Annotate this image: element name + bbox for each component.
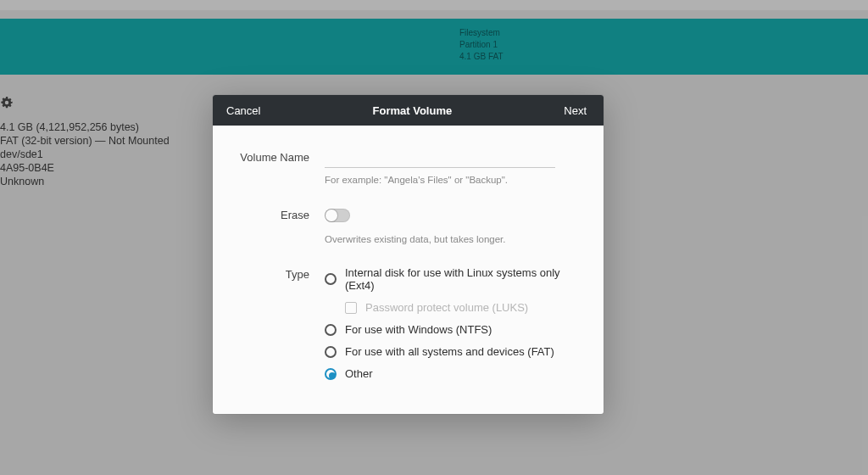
type-suboption-luks: Password protect volume (LUKS) bbox=[345, 301, 580, 314]
type-option-fat[interactable]: For use with all systems and devices (FA… bbox=[325, 345, 580, 358]
type-option-fat-label: For use with all systems and devices (FA… bbox=[345, 345, 554, 358]
type-option-ntfs-label: For use with Windows (NTFS) bbox=[345, 323, 492, 336]
radio-icon bbox=[325, 368, 337, 380]
volume-name-label: Volume Name bbox=[236, 149, 325, 164]
type-suboption-luks-label: Password protect volume (LUKS) bbox=[365, 301, 528, 314]
type-option-other-label: Other bbox=[345, 367, 373, 380]
type-option-ntfs[interactable]: For use with Windows (NTFS) bbox=[325, 323, 580, 336]
volume-name-input[interactable] bbox=[325, 149, 555, 168]
checkbox-icon bbox=[345, 302, 357, 314]
format-volume-dialog: Cancel Format Volume Next Volume Name Fo… bbox=[213, 95, 604, 414]
erase-hint: Overwrites existing data, but takes long… bbox=[325, 234, 580, 244]
type-option-ext4-label: Internal disk for use with Linux systems… bbox=[345, 266, 580, 292]
erase-toggle[interactable] bbox=[325, 209, 350, 222]
dialog-title: Format Volume bbox=[373, 104, 453, 117]
erase-label: Erase bbox=[236, 207, 325, 221]
radio-icon bbox=[325, 324, 337, 336]
radio-icon bbox=[325, 346, 337, 358]
next-button[interactable]: Next bbox=[559, 101, 592, 120]
type-option-other[interactable]: Other bbox=[325, 367, 580, 380]
volume-name-hint: For example: "Angela's Files" or "Backup… bbox=[325, 175, 580, 185]
type-option-ext4[interactable]: Internal disk for use with Linux systems… bbox=[325, 266, 580, 292]
type-label: Type bbox=[236, 266, 325, 281]
erase-toggle-knob bbox=[326, 210, 337, 221]
dialog-header: Cancel Format Volume Next bbox=[213, 95, 604, 126]
cancel-button[interactable]: Cancel bbox=[221, 101, 265, 120]
radio-icon bbox=[325, 273, 337, 285]
